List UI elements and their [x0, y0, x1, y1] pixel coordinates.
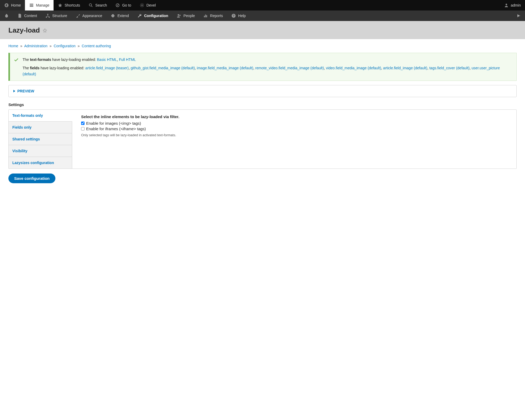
- breadcrumb: Home » Administration » Configuration » …: [8, 44, 517, 48]
- admin-help[interactable]: ? Help: [227, 10, 250, 21]
- admin-appearance[interactable]: Appearance: [71, 10, 107, 21]
- user-icon: [504, 3, 509, 8]
- svg-rect-10: [204, 16, 205, 17]
- svg-point-4: [506, 4, 507, 5]
- admin-extend-label: Extend: [117, 14, 129, 18]
- check-iframes-label: Enable for iframes (<iframe> tags): [86, 127, 146, 131]
- admin-structure[interactable]: Structure: [41, 10, 71, 21]
- status-line-2: The fields have lazy-loading enabled: ar…: [23, 65, 512, 77]
- collapse-icon: [517, 14, 521, 18]
- field-link[interactable]: video.field_media_image (default): [326, 66, 381, 70]
- vt-tab-visibility[interactable]: Visibility: [9, 145, 72, 157]
- settings-label: Settings: [8, 102, 517, 107]
- toolbar-user-label: admin: [511, 3, 521, 7]
- toolbar-shortcuts[interactable]: Shortcuts: [54, 0, 84, 10]
- toolbar-user[interactable]: admin: [500, 0, 525, 10]
- toolbar-devel[interactable]: Devel: [135, 0, 160, 10]
- admin-content-label: Content: [24, 14, 37, 18]
- field-link[interactable]: remote_video.field_media_image (default): [255, 66, 324, 70]
- breadcrumb-sep: »: [49, 44, 53, 48]
- drupal-icon: [4, 13, 9, 18]
- check-images-label: Enable for images (<img> tags): [86, 121, 141, 125]
- admin-collapse[interactable]: [512, 10, 525, 21]
- pane-description: Only selected tags will be lazy-loaded i…: [81, 133, 507, 137]
- svg-point-1: [89, 4, 92, 6]
- pane-title: Select the inline elements to be lazy-lo…: [81, 114, 507, 119]
- star-icon: [58, 3, 62, 8]
- svg-point-0: [5, 3, 9, 7]
- svg-rect-11: [205, 15, 206, 18]
- breadcrumb-administration[interactable]: Administration: [24, 44, 48, 48]
- breadcrumb-content-authoring[interactable]: Content authoring: [82, 44, 111, 48]
- field-link[interactable]: article.field_image (teaser): [85, 66, 129, 70]
- field-link[interactable]: image.field_media_image (default): [197, 66, 253, 70]
- puzzle-icon: [111, 13, 115, 18]
- toolbar-manage[interactable]: Manage: [25, 0, 54, 10]
- breadcrumb-configuration[interactable]: Configuration: [54, 44, 75, 48]
- toolbar-manage-label: Manage: [36, 3, 49, 7]
- check-icon: [14, 57, 19, 62]
- gear-icon: [140, 3, 144, 8]
- favorite-star-icon[interactable]: [43, 28, 47, 33]
- field-link[interactable]: tags.field_cover (default): [429, 66, 469, 70]
- toolbar-goto[interactable]: Go to: [111, 0, 135, 10]
- format-link[interactable]: Basic HTML: [97, 57, 117, 62]
- wrench-icon: [137, 13, 142, 18]
- toolbar-search[interactable]: Search: [84, 0, 111, 10]
- checkbox-images[interactable]: [81, 122, 85, 125]
- checkbox-iframes[interactable]: [81, 127, 85, 130]
- preview-summary[interactable]: PREVIEW: [9, 85, 516, 97]
- svg-point-3: [141, 5, 143, 6]
- breadcrumb-home[interactable]: Home: [8, 44, 18, 48]
- admin-menu-left: Content Structure Appearance Extend Conf…: [0, 10, 250, 21]
- region-header: Lazy-load: [0, 21, 525, 39]
- page-title: Lazy-load: [8, 26, 517, 34]
- svg-point-9: [179, 15, 181, 16]
- breadcrumb-sep: »: [19, 44, 23, 48]
- admin-extend[interactable]: Extend: [106, 10, 133, 21]
- vt-pane: Select the inline elements to be lazy-lo…: [72, 110, 516, 169]
- admin-configuration[interactable]: Configuration: [133, 10, 172, 21]
- admin-structure-label: Structure: [52, 14, 67, 18]
- check-enable-iframes[interactable]: Enable for iframes (<iframe> tags): [81, 127, 507, 131]
- admin-configuration-label: Configuration: [144, 14, 168, 18]
- preview-details: PREVIEW: [8, 85, 517, 97]
- toolbar-right: admin: [500, 0, 525, 10]
- admin-people[interactable]: People: [172, 10, 199, 21]
- status-line-1: The text-formats have lazy-loading enabl…: [23, 57, 512, 62]
- toolbar-bar: Home Manage Shortcuts Search Go to: [0, 0, 525, 10]
- save-button[interactable]: Save configuration: [8, 174, 55, 183]
- target-icon: [115, 3, 120, 8]
- field-link[interactable]: github_gist.field_media_image (default): [131, 66, 195, 70]
- content: Home » Administration » Configuration » …: [0, 39, 525, 194]
- svg-text:?: ?: [233, 14, 234, 17]
- breadcrumb-sep: »: [77, 44, 81, 48]
- menu-icon: [29, 3, 34, 8]
- vt-tab-shared[interactable]: Shared settings: [9, 133, 72, 145]
- chart-icon: [203, 13, 208, 18]
- status-message: The text-formats have lazy-loading enabl…: [8, 53, 517, 81]
- admin-reports[interactable]: Reports: [199, 10, 227, 21]
- field-link[interactable]: article.field_image (default): [383, 66, 427, 70]
- vt-tab-lazysizes[interactable]: Lazysizes configuration: [9, 157, 72, 169]
- admin-drupal[interactable]: [0, 10, 13, 21]
- page-title-text: Lazy-load: [8, 26, 40, 34]
- admin-help-label: Help: [238, 14, 246, 18]
- back-icon: [4, 3, 9, 8]
- help-icon: ?: [231, 13, 236, 18]
- check-enable-images[interactable]: Enable for images (<img> tags): [81, 121, 507, 125]
- svg-rect-12: [206, 15, 207, 17]
- preview-label: PREVIEW: [17, 89, 34, 93]
- format-link[interactable]: Full HTML: [119, 57, 136, 62]
- vt-tab-text-formats[interactable]: Text-formats only: [9, 110, 72, 122]
- toolbar-left: Home Manage Shortcuts Search Go to: [0, 0, 160, 10]
- admin-people-label: People: [183, 14, 195, 18]
- toolbar-search-label: Search: [95, 3, 107, 7]
- toolbar-home[interactable]: Home: [0, 0, 25, 10]
- svg-point-8: [177, 14, 179, 16]
- vt-tab-fields-only[interactable]: Fields only: [9, 122, 72, 133]
- admin-content[interactable]: Content: [13, 10, 41, 21]
- toolbar-home-label: Home: [11, 3, 21, 7]
- admin-reports-label: Reports: [210, 14, 223, 18]
- toolbar-goto-label: Go to: [122, 3, 131, 7]
